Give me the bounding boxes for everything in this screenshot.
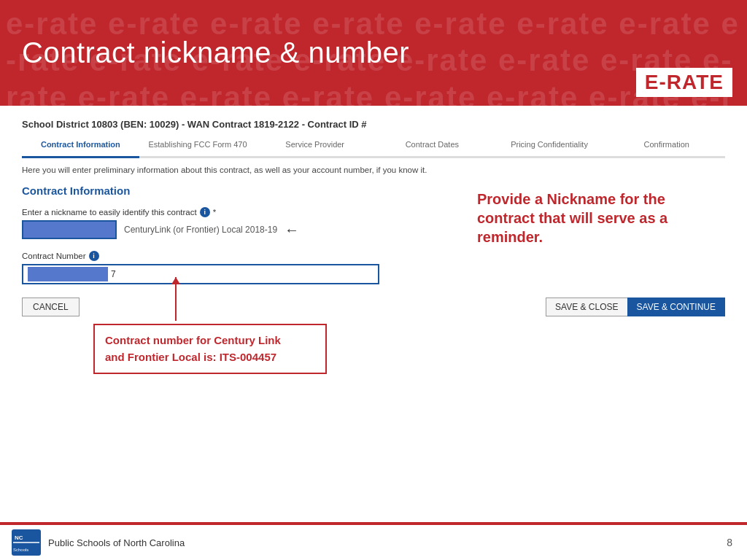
contract-number-label: Contract Number i — [22, 251, 725, 261]
footer-page-number: 8 — [727, 537, 732, 548]
contract-number-info-icon: i — [89, 251, 99, 261]
buttons-row: CANCEL SAVE & CLOSE SAVE & CONTINUE — [22, 298, 725, 316]
nickname-input[interactable] — [22, 220, 117, 239]
footer-left: NC Schools Public Schools of North Carol… — [12, 529, 185, 556]
step-service-provider[interactable]: Service Provider — [256, 140, 374, 152]
footer: NC Schools Public Schools of North Carol… — [0, 522, 747, 560]
step-contract-information[interactable]: Contract Information — [22, 140, 139, 152]
nickname-info-icon: i — [200, 207, 210, 217]
contract-number-value: 7 — [111, 269, 116, 279]
erate-logo: E-RATE — [636, 68, 732, 97]
stepper: Contract Information Establishing FCC Fo… — [22, 140, 725, 158]
arrow-annotation — [175, 277, 177, 321]
save-continue-button[interactable]: SAVE & CONTINUE — [627, 298, 725, 316]
footer-logo-icon: NC Schools — [12, 529, 41, 556]
page-title: Contract nickname & number — [22, 36, 409, 69]
form-description: Here you will enter preliminary informat… — [22, 166, 725, 174]
svg-text:NC: NC — [15, 534, 23, 541]
step-confirmation[interactable]: Confirmation — [608, 140, 725, 152]
arrow-line — [175, 277, 177, 321]
step-contract-dates[interactable]: Contract Dates — [374, 140, 491, 152]
breadcrumb: School District 10803 (BEN: 10029) - WAN… — [22, 119, 725, 130]
contract-number-highlight — [28, 267, 108, 281]
right-buttons: SAVE & CLOSE SAVE & CONTINUE — [546, 298, 725, 316]
step-fcc-form-470[interactable]: Establishing FCC Form 470 — [139, 140, 257, 152]
arrow-left-icon: ← — [285, 222, 299, 237]
contract-number-field[interactable]: 7 — [22, 264, 379, 284]
svg-text:Schools: Schools — [13, 548, 28, 552]
cancel-button[interactable]: CANCEL — [22, 298, 80, 316]
callout-annotation: Provide a Nickname for the contract that… — [477, 190, 725, 246]
nickname-hint-text: CenturyLink (or Frontier) Local 2018-19 — [124, 225, 277, 235]
contract-number-row: Contract Number i 7 — [22, 251, 725, 284]
step-pricing-confidentiality[interactable]: Pricing Confidentiality — [491, 140, 608, 152]
box-annotation: Contract number for Century Link and Fro… — [93, 324, 327, 374]
header-banner: Contract nickname & number E-RATE — [0, 0, 747, 106]
footer-org-name: Public Schools of North Carolina — [48, 537, 185, 548]
save-close-button[interactable]: SAVE & CLOSE — [546, 298, 627, 316]
